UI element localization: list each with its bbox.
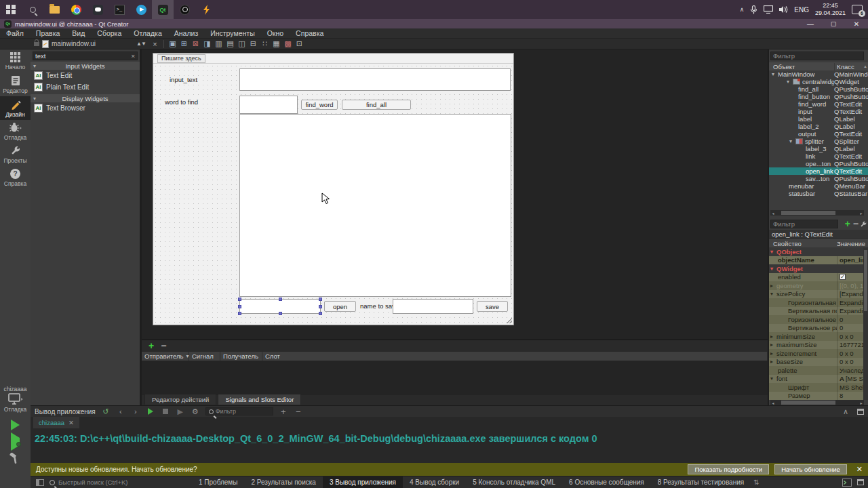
hidden-icons-chevron-icon[interactable]: ∧ <box>740 6 745 13</box>
form-textedit-link[interactable] <box>393 299 473 314</box>
property-row-vertical-policy[interactable]: Вертикальная по...Expanding <box>769 307 865 316</box>
widget-filter-input[interactable] <box>35 52 131 60</box>
column-receiver[interactable]: Получатель <box>220 352 262 361</box>
widget-item-text-browser[interactable]: AI Text Browser <box>31 102 140 114</box>
property-row-font-size[interactable]: Размер8 <box>769 392 865 401</box>
run-button[interactable] <box>11 420 20 430</box>
adjust-size-icon[interactable]: ⊡ <box>294 39 305 49</box>
property-hscrollbar[interactable]: ◂▸ <box>770 400 864 405</box>
menu-analyze[interactable]: Анализ <box>168 29 204 37</box>
column-slot[interactable]: Слот <box>262 352 768 361</box>
splitter-horizontal-icon[interactable]: ◫ <box>236 39 248 49</box>
tree-row-find-word[interactable]: find_wordQTextEdit <box>769 100 868 108</box>
start-update-button[interactable]: Начать обновление <box>774 464 847 474</box>
tree-row-label-3[interactable]: label_3QLabel <box>769 145 868 152</box>
property-row-font[interactable]: ▾fontA[MS Sh... <box>769 375 865 384</box>
output-filter-input[interactable] <box>216 408 270 415</box>
obs-icon[interactable] <box>174 0 195 19</box>
open-in-window-icon[interactable] <box>857 409 864 415</box>
stop-icon[interactable] <box>161 409 170 414</box>
close-button[interactable]: ✕ <box>845 19 868 28</box>
pane-tab-general-messages[interactable]: 6 Основные сообщения <box>562 476 651 488</box>
layout-horizontally-icon[interactable]: ▥ <box>213 39 224 49</box>
property-row-geometry[interactable]: ▸geometry[(0, 0), 180... <box>769 281 865 290</box>
property-group-qobject[interactable]: ▾QObject <box>769 247 865 256</box>
output-pane-title[interactable]: Вывод приложения <box>35 408 96 415</box>
splitter-vertical-icon[interactable]: ⊟ <box>248 39 259 49</box>
form-button-find-word[interactable]: find_word <box>301 100 338 110</box>
debug-run-button[interactable] <box>11 438 20 445</box>
console-icon[interactable] <box>842 479 852 487</box>
form-button-save[interactable]: save <box>477 301 508 312</box>
menu-tools[interactable]: Инструменты <box>204 29 260 37</box>
layout-form-icon[interactable]: ∷ <box>259 39 271 49</box>
run-icon[interactable] <box>146 408 155 415</box>
property-row-vertical-stretch[interactable]: Вертикальное ра...0 <box>769 324 865 333</box>
pane-tab-application-output[interactable]: 3 Вывод приложения <box>323 476 403 488</box>
search-icon[interactable] <box>22 0 43 19</box>
notifications-icon[interactable]: 6 <box>852 5 863 14</box>
document-selector-arrows-icon[interactable]: ▲▼ <box>136 41 146 47</box>
selection-handle[interactable] <box>319 312 322 315</box>
form-resize-grip[interactable] <box>507 318 512 323</box>
inspector-filter-input[interactable] <box>773 52 861 60</box>
settings-gear-icon[interactable]: ⚙ <box>191 407 200 416</box>
layout-grid-icon[interactable]: ▦ <box>271 39 282 49</box>
pane-tab-compile-output[interactable]: 4 Вывод сборки <box>403 476 466 488</box>
property-vscrollbar[interactable] <box>863 247 868 400</box>
close-document-icon[interactable]: × <box>149 39 161 49</box>
display-icon[interactable] <box>764 5 773 14</box>
menu-file[interactable]: Файл <box>0 29 30 37</box>
zoom-in-icon[interactable]: + <box>279 407 288 417</box>
property-filter[interactable] <box>770 220 838 228</box>
sidebar-toggle-icon[interactable] <box>36 479 44 486</box>
output-tab-chizaaaa[interactable]: chizaaaa ✕ <box>33 417 79 428</box>
tree-row-open-button[interactable]: ope...tonQPushButton <box>769 160 868 167</box>
form-button-find-all[interactable]: find_all <box>342 100 411 110</box>
column-property[interactable]: Свойство <box>769 240 837 247</box>
mode-help[interactable]: ? Справка <box>0 166 31 189</box>
tree-row-statusbar[interactable]: statusbarQStatusBar <box>769 190 868 197</box>
enabled-checkbox[interactable]: ✓ <box>840 274 846 280</box>
designed-form[interactable]: Пишите здесь input_text word to find fin… <box>153 53 514 325</box>
widget-item-text-edit[interactable]: AI Text Edit <box>31 70 140 81</box>
selection-handle[interactable] <box>238 298 241 301</box>
speaker-icon[interactable] <box>779 5 788 14</box>
nav-back-icon[interactable]: ‹ <box>116 407 125 415</box>
property-row-horizontal-policy[interactable]: Горизонтальная ...Expanding <box>769 298 865 307</box>
mode-welcome[interactable]: Начало <box>0 49 31 73</box>
chrome-icon[interactable] <box>65 0 87 19</box>
property-row-objectname[interactable]: objectNameopen_link <box>769 256 865 265</box>
minimize-button[interactable]: — <box>799 19 822 28</box>
tree-row-save-button[interactable]: sav...tonQPushButton <box>769 175 868 182</box>
form-label-word-to-find[interactable]: word to find <box>163 98 199 106</box>
tree-row-link[interactable]: linkQTextEdit <box>769 152 868 160</box>
edit-signals-slots-icon[interactable]: ⊞ <box>178 39 190 49</box>
property-filter-input[interactable] <box>773 220 835 228</box>
mode-projects[interactable]: Проекты <box>0 143 31 166</box>
property-row-palette[interactable]: paletteУнаследов... <box>769 366 865 375</box>
close-tab-icon[interactable]: ✕ <box>68 419 74 426</box>
tree-row-splitter[interactable]: ▾splitterQSplitter <box>769 138 868 145</box>
tray-clock[interactable]: 22:45 29.04.2021 <box>815 2 846 17</box>
edit-tab-order-icon[interactable]: ◨ <box>201 39 213 49</box>
attach-debugger-icon[interactable]: ▶ <box>176 407 185 416</box>
form-textedit-output[interactable] <box>239 114 511 297</box>
mode-design[interactable]: Дизайн <box>0 96 31 120</box>
selection-handle[interactable] <box>319 298 322 301</box>
break-layout-icon[interactable]: ▩ <box>282 39 294 49</box>
edit-widgets-icon[interactable]: ▣ <box>167 39 178 49</box>
property-row-basesize[interactable]: ▸baseSize0 x 0 <box>769 358 865 367</box>
menu-help[interactable]: Справка <box>290 29 330 37</box>
pane-tab-search-results[interactable]: 2 Результаты поиска <box>244 476 323 488</box>
property-row-minimumsize[interactable]: ▸minimumSize0 x 0 <box>769 332 865 341</box>
tree-row-label-2[interactable]: label_2QLabel <box>769 123 868 130</box>
pane-tab-qml-debugger[interactable]: 5 Консоль отладчика QML <box>466 476 562 488</box>
telegram-icon[interactable] <box>130 0 152 19</box>
zoom-out-icon[interactable]: − <box>294 407 303 417</box>
scroll-up-icon[interactable]: ▲ <box>863 64 867 68</box>
connections-table-body[interactable] <box>142 361 768 395</box>
property-row-enabled[interactable]: enabled✓ <box>769 273 865 282</box>
show-details-button[interactable]: Показать подробности <box>688 464 769 474</box>
tree-row-mainwindow[interactable]: ▾MainWindowQMainWindow <box>769 70 868 78</box>
